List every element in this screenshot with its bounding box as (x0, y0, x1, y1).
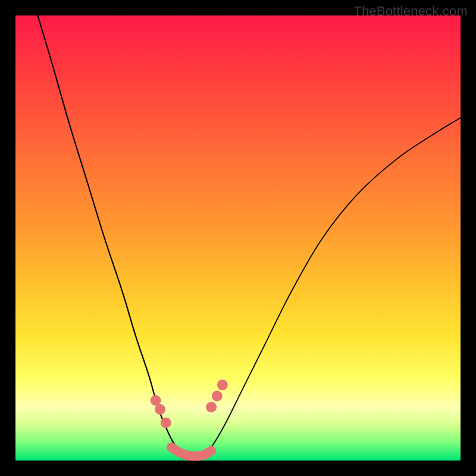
marker-dot (206, 402, 217, 412)
curves-svg (15, 15, 461, 461)
watermark-text: TheBottleneck.com (353, 4, 468, 19)
left-curve (37, 15, 187, 456)
bottom-sausage (171, 447, 211, 456)
marker-dot (161, 417, 171, 428)
right-curve (202, 118, 461, 456)
plot-area (15, 15, 461, 461)
marker-group (151, 380, 228, 428)
marker-dot (217, 380, 228, 390)
marker-dot (155, 404, 165, 415)
chart-frame: TheBottleneck.com (0, 0, 476, 476)
marker-dot (212, 391, 223, 402)
